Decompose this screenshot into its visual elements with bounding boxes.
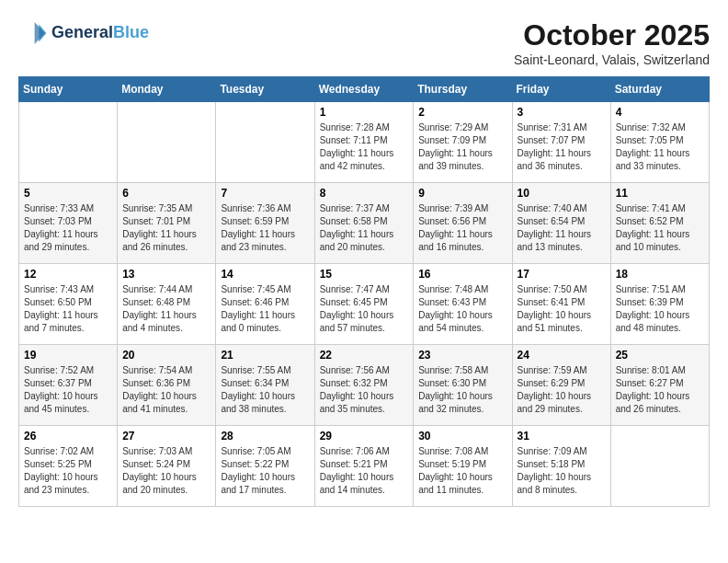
day-info: Sunrise: 7:45 AM Sunset: 6:46 PM Dayligh… (221, 283, 309, 335)
day-number: 28 (221, 430, 309, 442)
day-info: Sunrise: 7:03 AM Sunset: 5:24 PM Dayligh… (122, 445, 210, 497)
header-saturday: Saturday (610, 77, 709, 102)
calendar-cell: 9Sunrise: 7:39 AM Sunset: 6:56 PM Daylig… (414, 183, 512, 264)
day-number: 15 (320, 268, 409, 281)
calendar-cell: 5Sunrise: 7:33 AM Sunset: 7:03 PM Daylig… (19, 183, 118, 264)
header-monday: Monday (118, 77, 216, 102)
calendar-cell (118, 102, 216, 183)
day-info: Sunrise: 7:59 AM Sunset: 6:29 PM Dayligh… (518, 364, 606, 416)
day-number: 18 (616, 268, 704, 281)
day-number: 10 (518, 187, 606, 200)
calendar-cell: 6Sunrise: 7:35 AM Sunset: 7:01 PM Daylig… (118, 183, 216, 264)
month-title: October 2025 (514, 18, 710, 52)
day-number: 5 (24, 187, 112, 200)
calendar-cell (610, 426, 709, 507)
calendar-cell: 30Sunrise: 7:08 AM Sunset: 5:19 PM Dayli… (414, 426, 512, 507)
day-info: Sunrise: 7:37 AM Sunset: 6:58 PM Dayligh… (320, 202, 409, 254)
logo-text: GeneralBlue (51, 24, 149, 42)
day-number: 1 (320, 106, 409, 119)
day-number: 27 (122, 430, 210, 442)
calendar-cell: 1Sunrise: 7:28 AM Sunset: 7:11 PM Daylig… (314, 102, 414, 183)
day-info: Sunrise: 7:54 AM Sunset: 6:36 PM Dayligh… (122, 364, 210, 416)
calendar-table: SundayMondayTuesdayWednesdayThursdayFrid… (18, 76, 710, 507)
day-info: Sunrise: 7:48 AM Sunset: 6:43 PM Dayligh… (418, 283, 506, 335)
calendar-cell: 29Sunrise: 7:06 AM Sunset: 5:21 PM Dayli… (314, 426, 414, 507)
day-info: Sunrise: 7:32 AM Sunset: 7:05 PM Dayligh… (616, 121, 704, 173)
day-number: 7 (221, 187, 309, 200)
day-info: Sunrise: 7:40 AM Sunset: 6:54 PM Dayligh… (518, 202, 606, 254)
calendar-week-4: 26Sunrise: 7:02 AM Sunset: 5:25 PM Dayli… (19, 426, 710, 507)
day-info: Sunrise: 7:44 AM Sunset: 6:48 PM Dayligh… (122, 283, 210, 335)
day-info: Sunrise: 7:33 AM Sunset: 7:03 PM Dayligh… (24, 202, 112, 254)
day-info: Sunrise: 7:28 AM Sunset: 7:11 PM Dayligh… (320, 121, 409, 173)
day-info: Sunrise: 7:35 AM Sunset: 7:01 PM Dayligh… (122, 202, 210, 254)
calendar-cell: 8Sunrise: 7:37 AM Sunset: 6:58 PM Daylig… (314, 183, 414, 264)
calendar-cell: 22Sunrise: 7:56 AM Sunset: 6:32 PM Dayli… (314, 345, 414, 426)
day-info: Sunrise: 7:05 AM Sunset: 5:22 PM Dayligh… (221, 445, 309, 497)
calendar-cell (216, 102, 314, 183)
day-number: 25 (616, 349, 704, 362)
day-info: Sunrise: 7:51 AM Sunset: 6:39 PM Dayligh… (616, 283, 704, 335)
day-info: Sunrise: 7:43 AM Sunset: 6:50 PM Dayligh… (24, 283, 112, 335)
calendar-cell: 24Sunrise: 7:59 AM Sunset: 6:29 PM Dayli… (512, 345, 610, 426)
page-header: GeneralBlue October 2025 Saint-Leonard, … (18, 18, 710, 67)
calendar-cell: 31Sunrise: 7:09 AM Sunset: 5:18 PM Dayli… (512, 426, 610, 507)
title-block: October 2025 Saint-Leonard, Valais, Swit… (514, 18, 710, 67)
calendar-cell: 19Sunrise: 7:52 AM Sunset: 6:37 PM Dayli… (19, 345, 118, 426)
calendar-cell: 10Sunrise: 7:40 AM Sunset: 6:54 PM Dayli… (512, 183, 610, 264)
calendar-cell (19, 102, 118, 183)
day-number: 2 (418, 106, 506, 119)
header-sunday: Sunday (19, 77, 118, 102)
header-wednesday: Wednesday (314, 77, 414, 102)
day-number: 12 (24, 268, 112, 281)
calendar-cell: 25Sunrise: 8:01 AM Sunset: 6:27 PM Dayli… (610, 345, 709, 426)
day-info: Sunrise: 7:41 AM Sunset: 6:52 PM Dayligh… (616, 202, 704, 254)
day-number: 29 (320, 430, 409, 442)
day-number: 19 (24, 349, 112, 362)
day-number: 20 (122, 349, 210, 362)
calendar-cell: 17Sunrise: 7:50 AM Sunset: 6:41 PM Dayli… (512, 264, 610, 345)
header-friday: Friday (512, 77, 610, 102)
day-number: 14 (221, 268, 309, 281)
calendar-cell: 23Sunrise: 7:58 AM Sunset: 6:30 PM Dayli… (414, 345, 512, 426)
day-number: 9 (418, 187, 506, 200)
day-info: Sunrise: 7:56 AM Sunset: 6:32 PM Dayligh… (320, 364, 409, 416)
day-number: 11 (616, 187, 704, 200)
day-number: 21 (221, 349, 309, 362)
calendar-cell: 16Sunrise: 7:48 AM Sunset: 6:43 PM Dayli… (414, 264, 512, 345)
day-info: Sunrise: 7:08 AM Sunset: 5:19 PM Dayligh… (418, 445, 506, 497)
day-number: 3 (518, 106, 606, 119)
day-info: Sunrise: 7:39 AM Sunset: 6:56 PM Dayligh… (418, 202, 506, 254)
day-number: 26 (24, 430, 112, 442)
day-info: Sunrise: 7:50 AM Sunset: 6:41 PM Dayligh… (518, 283, 606, 335)
logo: GeneralBlue (18, 18, 149, 48)
day-info: Sunrise: 7:55 AM Sunset: 6:34 PM Dayligh… (221, 364, 309, 416)
day-info: Sunrise: 8:01 AM Sunset: 6:27 PM Dayligh… (616, 364, 704, 416)
calendar-cell: 4Sunrise: 7:32 AM Sunset: 7:05 PM Daylig… (610, 102, 709, 183)
calendar-cell: 13Sunrise: 7:44 AM Sunset: 6:48 PM Dayli… (118, 264, 216, 345)
calendar-cell: 18Sunrise: 7:51 AM Sunset: 6:39 PM Dayli… (610, 264, 709, 345)
calendar-cell: 11Sunrise: 7:41 AM Sunset: 6:52 PM Dayli… (610, 183, 709, 264)
calendar-cell: 28Sunrise: 7:05 AM Sunset: 5:22 PM Dayli… (216, 426, 314, 507)
calendar-cell: 7Sunrise: 7:36 AM Sunset: 6:59 PM Daylig… (216, 183, 314, 264)
calendar-cell: 20Sunrise: 7:54 AM Sunset: 6:36 PM Dayli… (118, 345, 216, 426)
day-number: 8 (320, 187, 409, 200)
day-number: 23 (418, 349, 506, 362)
calendar-cell: 3Sunrise: 7:31 AM Sunset: 7:07 PM Daylig… (512, 102, 610, 183)
location: Saint-Leonard, Valais, Switzerland (514, 52, 710, 67)
calendar-cell: 14Sunrise: 7:45 AM Sunset: 6:46 PM Dayli… (216, 264, 314, 345)
header-thursday: Thursday (414, 77, 512, 102)
day-number: 13 (122, 268, 210, 281)
calendar-cell: 26Sunrise: 7:02 AM Sunset: 5:25 PM Dayli… (19, 426, 118, 507)
logo-icon (18, 18, 48, 48)
day-number: 24 (518, 349, 606, 362)
day-number: 22 (320, 349, 409, 362)
day-info: Sunrise: 7:31 AM Sunset: 7:07 PM Dayligh… (518, 121, 606, 173)
day-number: 4 (616, 106, 704, 119)
calendar-cell: 12Sunrise: 7:43 AM Sunset: 6:50 PM Dayli… (19, 264, 118, 345)
calendar-cell: 15Sunrise: 7:47 AM Sunset: 6:45 PM Dayli… (314, 264, 414, 345)
day-number: 6 (122, 187, 210, 200)
day-info: Sunrise: 7:58 AM Sunset: 6:30 PM Dayligh… (418, 364, 506, 416)
day-info: Sunrise: 7:02 AM Sunset: 5:25 PM Dayligh… (24, 445, 112, 497)
day-info: Sunrise: 7:52 AM Sunset: 6:37 PM Dayligh… (24, 364, 112, 416)
